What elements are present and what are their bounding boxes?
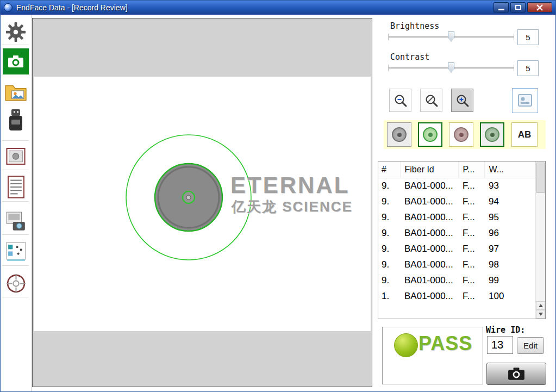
table-row[interactable]: 9.BA01-000...F...93 <box>378 178 535 194</box>
table-cell: F... <box>458 272 484 288</box>
view-mode-gray-button[interactable] <box>387 122 411 147</box>
sidebar-separator <box>2 201 29 202</box>
watermark-line1: ETERNAL <box>230 172 349 198</box>
target-icon <box>5 273 27 294</box>
capture-button[interactable] <box>486 363 546 385</box>
scroll-up-button[interactable] <box>536 301 545 310</box>
sidebar-settings-button[interactable] <box>3 19 29 45</box>
gear-icon <box>5 22 26 42</box>
wire-id-field[interactable] <box>487 336 513 354</box>
sidebar-separator <box>2 265 29 266</box>
table-cell: BA01-000... <box>400 209 458 225</box>
maximize-icon <box>515 5 521 10</box>
folder-open-icon <box>4 80 27 103</box>
report-icon <box>8 176 24 198</box>
table-row[interactable]: 9.BA01-000...F...94 <box>378 194 535 209</box>
scrollbar-thumb[interactable] <box>536 163 545 193</box>
table-cell: 9. <box>378 209 400 225</box>
ab-button-label: AB <box>518 129 532 140</box>
scroll-down-button[interactable] <box>536 310 545 319</box>
table-cell: F... <box>458 257 484 272</box>
table-cell: 94 <box>484 194 535 209</box>
zoom-out-button[interactable] <box>389 89 411 112</box>
table-cell: 1. <box>378 288 400 304</box>
sidebar <box>1 15 32 392</box>
single-image-view-button[interactable] <box>512 88 538 113</box>
table-cell: 9. <box>378 178 400 194</box>
sidebar-separator <box>2 170 29 170</box>
zoom-in-button[interactable] <box>451 89 473 112</box>
flash-drive-icon <box>7 108 25 132</box>
chart-icon <box>6 242 26 262</box>
table-row[interactable]: 9.BA01-000...F...97 <box>378 241 535 257</box>
endface-image[interactable]: ETERNAL 亿天龙 SCIENCE <box>34 77 371 331</box>
camera-capture-icon <box>508 367 525 381</box>
picture-icon <box>6 148 26 165</box>
table-cell: 99 <box>484 272 535 288</box>
wire-id-label: Wire ID: <box>486 325 525 335</box>
watermark-line2: 亿天龙 SCIENCE <box>232 197 353 216</box>
brightness-slider-thumb[interactable] <box>448 32 454 42</box>
edit-button-label: Edit <box>523 341 538 350</box>
brightness-value-field[interactable] <box>517 29 539 45</box>
scroll-down-icon <box>539 313 543 316</box>
table-cell: 93 <box>484 178 535 194</box>
col-header-index[interactable]: # <box>378 161 400 178</box>
sidebar-image-review-button[interactable] <box>3 145 29 167</box>
view-mode-ab-button[interactable]: AB <box>511 122 538 147</box>
table-header-row: # Fiber Id P... W... <box>378 161 535 178</box>
table-row[interactable]: 9.BA01-000...F...95 <box>378 209 535 225</box>
table-cell: 95 <box>484 209 535 225</box>
zoom-reset-icon <box>424 93 439 108</box>
sidebar-target-button[interactable] <box>3 270 29 296</box>
maximize-button[interactable] <box>510 2 526 13</box>
contrast-value-field[interactable] <box>517 60 539 76</box>
sidebar-camera-button[interactable] <box>3 48 29 74</box>
zoom-reset-button[interactable] <box>420 89 442 112</box>
app-logo-icon <box>4 3 13 12</box>
contrast-slider[interactable] <box>388 63 514 73</box>
table-row[interactable]: 9.BA01-000...F...99 <box>378 272 535 288</box>
table-cell: BA01-000... <box>400 257 458 272</box>
thumb-circle-icon <box>485 127 499 142</box>
table-cell: BA01-000... <box>400 241 458 257</box>
image-viewport: ETERNAL 亿天龙 SCIENCE <box>32 18 372 387</box>
sidebar-print-button[interactable] <box>3 208 29 234</box>
col-header-fiber-id[interactable]: Fiber Id <box>400 161 458 178</box>
records-table: # Fiber Id P... W... 9.BA01-000...F...93… <box>378 161 546 319</box>
edit-button[interactable]: Edit <box>517 337 544 354</box>
brightness-slider[interactable] <box>388 32 514 42</box>
table-cell: BA01-000... <box>400 225 458 241</box>
sidebar-save-button[interactable] <box>3 107 29 133</box>
sidebar-chart-button[interactable] <box>3 239 29 265</box>
sidebar-separator <box>2 140 29 141</box>
table-cell: 9. <box>378 194 400 209</box>
table-row[interactable]: 9.BA01-000...F...98 <box>378 257 535 272</box>
col-header-p[interactable]: P... <box>458 161 484 178</box>
pass-status-label: PASS <box>418 332 472 355</box>
minimize-button[interactable] <box>493 2 509 13</box>
close-button[interactable] <box>527 2 552 13</box>
view-mode-overlay-button[interactable] <box>480 122 504 147</box>
table-row[interactable]: 9.BA01-000...F...96 <box>378 225 535 241</box>
contrast-slider-thumb[interactable] <box>448 63 454 73</box>
table-scrollbar[interactable] <box>535 161 545 319</box>
zoom-in-icon <box>455 93 470 108</box>
table-cell: BA01-000... <box>400 194 458 209</box>
table-row[interactable]: 1.BA01-000...F...100 <box>378 288 535 304</box>
view-mode-red-button[interactable] <box>449 122 473 147</box>
table-cell: F... <box>458 178 484 194</box>
fiber-table-body: 9.BA01-000...F...939.BA01-000...F...949.… <box>378 178 535 304</box>
snapshot-view-icon <box>517 93 533 108</box>
window-title: EndFace Data - [Record Review] <box>16 3 128 12</box>
sidebar-separator <box>2 45 29 45</box>
close-icon <box>536 4 543 11</box>
col-header-w[interactable]: W... <box>484 161 535 178</box>
view-mode-green-button[interactable] <box>418 122 442 147</box>
application-window: EndFace Data - [Record Review] <box>0 0 556 392</box>
sidebar-report-button[interactable] <box>3 174 29 200</box>
sidebar-open-button[interactable] <box>3 79 29 105</box>
table-cell: F... <box>458 209 484 225</box>
result-panel: PASS <box>382 327 483 384</box>
contrast-label: Contrast <box>390 52 429 62</box>
